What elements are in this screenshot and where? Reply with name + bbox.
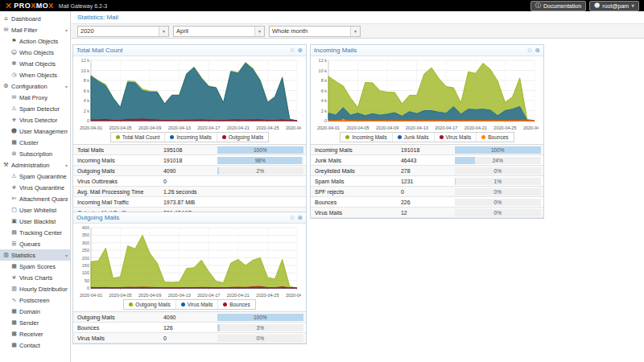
legend-item-virus-mails[interactable]: Virus Mails: [434, 133, 477, 142]
chevron-down-icon[interactable]: ▾: [65, 27, 68, 33]
sidebar-item-attachment-quarantine[interactable]: ✄Attachment Quarantine: [0, 193, 70, 204]
chevron-down-icon[interactable]: ▾: [65, 253, 68, 258]
user-menu-button[interactable]: ☻ root@pam ▼: [589, 1, 639, 11]
table-row[interactable]: Incoming Mails191018100%: [311, 145, 543, 155]
sidebar-item-virus-charts[interactable]: ☣Virus Charts: [0, 272, 70, 283]
legend-item-virus-mails[interactable]: Virus Mails: [175, 300, 218, 309]
legend-item-junk-mails[interactable]: Junk Mails: [392, 133, 434, 142]
row-label: Spam Mails: [311, 179, 401, 184]
sidebar-item-what-objects[interactable]: ❇What Objects: [0, 58, 70, 69]
chevron-down-icon[interactable]: ▼: [254, 27, 264, 36]
sidebar-item-user-management[interactable]: ☻User Management: [0, 125, 70, 137]
svg-text:2020-04-09: 2020-04-09: [376, 125, 398, 130]
percent-text: 0%: [455, 188, 542, 195]
sidebar-item-administration[interactable]: ⚒Administration▾: [0, 159, 70, 171]
sidebar-item-mail-proxy[interactable]: ✉Mail Proxy: [0, 92, 70, 103]
month-select[interactable]: April ▼: [173, 26, 265, 37]
row-value: 4090: [163, 168, 215, 174]
sidebar-item-label: Attachment Quarantine: [19, 195, 68, 203]
table-icon: ▦: [10, 263, 18, 269]
row-percent-bar: 100%: [217, 314, 304, 321]
legend-item-bounces[interactable]: Bounces: [217, 300, 254, 309]
row-percent-bar: 24%: [455, 157, 542, 164]
sidebar-item-user-whitelist[interactable]: ▢User Whitelist: [0, 204, 70, 216]
sidebar-item-receiver[interactable]: ▦Receiver: [0, 328, 70, 339]
legend-item-incoming-mails[interactable]: Incoming Mails: [341, 133, 391, 142]
table-row[interactable]: Incoming Mail Traffic1973.87 MiB: [73, 197, 306, 208]
table-row[interactable]: Outgoing Mails40902%: [73, 166, 306, 176]
panel-expand-icon[interactable]: ⊕: [297, 47, 303, 54]
sidebar-item-dashboard[interactable]: ⌂Dashboard: [0, 13, 70, 24]
table-row[interactable]: SPF rejects00%: [311, 187, 543, 197]
sidebar-item-spam-quarantine[interactable]: ⚠Spam Quarantine: [0, 171, 70, 182]
table-row[interactable]: Virus Mails120%: [311, 208, 543, 218]
table-row[interactable]: Total Mails195108100%: [73, 145, 306, 155]
chart-total-mail-count: 02 k4 k6 k8 k10 k12 k2020-04-012020-04-0…: [73, 56, 306, 131]
panel-collapse-icon[interactable]: ⊖: [527, 47, 533, 54]
sidebar-item-subscription[interactable]: ⊚Subscription: [0, 148, 70, 159]
book-icon: ▤: [10, 229, 18, 236]
wrench-icon: ⚒: [2, 162, 10, 168]
sidebar-item-virus-quarantine[interactable]: ☣Virus Quarantine: [0, 182, 70, 193]
chevron-down-icon[interactable]: ▾: [65, 84, 68, 89]
table-row[interactable]: Virus Outbreaks0: [73, 176, 306, 187]
panel-title: Outgoing Mails: [76, 214, 119, 221]
legend-label: Junk Mails: [404, 134, 429, 140]
sidebar-item-statistics[interactable]: ▥Statistics▾: [0, 249, 70, 261]
sidebar-item-mail-filter[interactable]: ✉Mail Filter▾: [0, 24, 70, 35]
sidebar-item-configuration[interactable]: ⚙Configuration▾: [0, 80, 70, 92]
sidebar-item-queues[interactable]: ☰Queues: [0, 238, 70, 249]
sidebar-item-label: Spam Detector: [19, 105, 60, 113]
year-select[interactable]: 2020 ▼: [77, 26, 169, 37]
table-row[interactable]: Bounces2260%: [311, 197, 543, 208]
table-row[interactable]: Avg. Mail Processing Time1.26 seconds: [73, 187, 306, 197]
sidebar-item-spam-detector[interactable]: ⚠Spam Detector: [0, 103, 70, 114]
table-row[interactable]: Spam Mails12311%: [311, 176, 543, 187]
legend-item-outgoing-mails[interactable]: Outgoing Mails: [124, 300, 175, 309]
sidebar-item-sender[interactable]: ▦Sender: [0, 317, 70, 328]
range-select[interactable]: Whole month ▼: [269, 26, 361, 37]
legend-item-bounces[interactable]: Bounces: [476, 133, 513, 142]
panel-expand-icon[interactable]: ⊕: [535, 47, 540, 54]
table-row[interactable]: Virus Mails00%: [73, 333, 306, 343]
percent-text: 98%: [217, 157, 304, 164]
legend-item-outgoing-mails[interactable]: Outgoing Mails: [217, 133, 268, 142]
legend-item-incoming-mails[interactable]: Incoming Mails: [164, 133, 216, 142]
sidebar-item-when-objects[interactable]: ◷When Objects: [0, 69, 70, 80]
table-row[interactable]: Outgoing Mails4090100%: [73, 312, 306, 323]
legend-item-total-mail-count[interactable]: Total Mail Count: [111, 133, 165, 142]
documentation-button[interactable]: ⓘ Documentation: [530, 1, 586, 11]
panel-collapse-icon[interactable]: ⊖: [290, 47, 295, 54]
sidebar-item-domain[interactable]: ▦Domain: [0, 306, 70, 317]
sidebar-item-contact[interactable]: ▦Contact: [0, 339, 70, 351]
svg-text:2 k: 2 k: [84, 109, 90, 113]
sidebar-item-spam-scores[interactable]: ▦Spam Scores: [0, 261, 70, 272]
table-row[interactable]: Incoming Mails19101898%: [73, 155, 306, 166]
sidebar-item-tracking-center[interactable]: ▤Tracking Center: [0, 227, 70, 238]
gears-icon: ⚙: [2, 83, 10, 89]
svg-text:2020-04-01: 2020-04-01: [80, 293, 102, 298]
sidebar-item-hourly-distribution[interactable]: ▥Hourly Distribution: [0, 283, 70, 294]
chevron-down-icon[interactable]: ▼: [159, 27, 168, 36]
stats-table: Total Mails195108100%Incoming Mails19101…: [73, 144, 306, 218]
svg-text:2020-04-05: 2020-04-05: [347, 125, 369, 130]
sidebar-item-label: Mail Filter: [11, 27, 38, 34]
svg-text:0: 0: [324, 118, 327, 123]
panel-expand-icon[interactable]: ⊕: [297, 215, 303, 221]
percent-text: 3%: [217, 324, 304, 331]
sidebar-item-virus-detector[interactable]: ☣Virus Detector: [0, 114, 70, 125]
chevron-down-icon[interactable]: ▾: [65, 162, 68, 168]
sidebar-item-postscreen[interactable]: ∿Postscreen: [0, 294, 70, 306]
table-row[interactable]: Junk Mails4644324%: [311, 155, 543, 166]
svg-text:2020-04-29: 2020-04-29: [523, 125, 539, 130]
panel-collapse-icon[interactable]: ⊖: [290, 215, 295, 221]
sidebar-item-action-objects[interactable]: ⚑Action Objects: [0, 35, 70, 47]
chevron-down-icon[interactable]: ▼: [350, 27, 360, 36]
table-row[interactable]: Bounces1263%: [73, 323, 306, 333]
sidebar-item-cluster[interactable]: ▦Cluster: [0, 137, 70, 148]
sidebar-item-who-objects[interactable]: ☺Who Objects: [0, 47, 70, 58]
marker-bounces: [341, 118, 345, 121]
table-row[interactable]: Greylisted Mails2780%: [311, 166, 543, 176]
legend-dot-icon: [170, 135, 174, 139]
sidebar-item-user-blacklist[interactable]: ▣User Blacklist: [0, 216, 70, 227]
